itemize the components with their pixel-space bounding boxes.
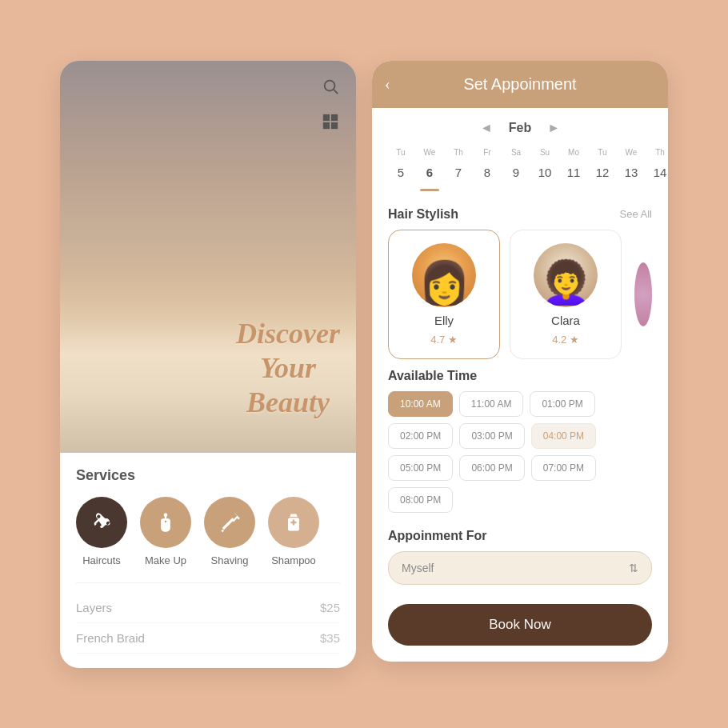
french-braid-price: $35: [320, 631, 340, 645]
day-name: Tu: [396, 148, 405, 157]
layers-price: $25: [320, 601, 340, 614]
services-section: Services Haircuts: [60, 453, 356, 668]
day-num: 9: [503, 160, 529, 186]
day-num: 10: [532, 160, 558, 186]
grid-icon[interactable]: [318, 109, 343, 134]
day-name: We: [424, 148, 436, 157]
price-list: Layers $25 French Braid $35: [76, 582, 340, 654]
third-stylist-preview: [634, 262, 652, 326]
service-makeup[interactable]: Make Up: [140, 497, 191, 566]
svg-point-0: [325, 80, 335, 90]
day-underline: [420, 189, 439, 191]
days-row: Tu 5 We 6 Th 7 Fr 8 Sa 9 Su 10 Mo 11 Tu …: [388, 148, 652, 191]
left-card: Discover Your Beauty Services Haircuts: [60, 61, 356, 668]
hero-icons: [318, 74, 343, 134]
stylists-row: Elly 4.7 ★ Clara 4.2 ★: [372, 230, 668, 359]
day-name: Fr: [483, 148, 490, 157]
svg-rect-3: [331, 114, 338, 120]
day-cell-7[interactable]: Th 7: [446, 148, 471, 191]
hero-image: Discover Your Beauty: [60, 61, 356, 453]
service-shaving[interactable]: Shaving: [204, 497, 255, 566]
services-title: Services: [76, 467, 340, 484]
day-num: 8: [474, 160, 500, 186]
stylist-elly[interactable]: Elly 4.7 ★: [388, 230, 500, 359]
appointment-for-label: Appoinment For: [388, 529, 652, 543]
day-cell-11[interactable]: Mo 11: [561, 148, 586, 191]
time-slot-06-00-PM[interactable]: 06:00 PM: [459, 455, 524, 481]
appointment-header: ‹ Set Appoinment: [372, 61, 668, 108]
day-cell-8[interactable]: Fr 8: [474, 148, 500, 191]
day-num: 11: [561, 160, 586, 186]
book-now-button[interactable]: Book Now: [388, 604, 652, 646]
day-name: Th: [655, 148, 665, 157]
day-num: 6: [417, 160, 442, 186]
day-name: Tu: [598, 148, 606, 157]
see-all-button[interactable]: See All: [620, 208, 652, 220]
day-cell-10[interactable]: Su 10: [532, 148, 558, 191]
shaving-label: Shaving: [211, 554, 249, 566]
day-cell-9[interactable]: Sa 9: [503, 148, 529, 191]
day-cell-12[interactable]: Tu 12: [590, 148, 615, 191]
time-slot-08-00-PM[interactable]: 08:00 PM: [388, 487, 453, 513]
hero-overlay: Discover Your Beauty: [236, 317, 340, 421]
time-slot-10-00-AM[interactable]: 10:00 AM: [388, 391, 453, 417]
day-cell-14[interactable]: Th 14: [647, 148, 668, 191]
svg-rect-2: [323, 114, 330, 120]
calendar-section: ◄ Feb ► Tu 5 We 6 Th 7 Fr 8 Sa 9 Su 10 M…: [372, 108, 668, 198]
makeup-icon: [140, 497, 191, 548]
shaving-icon: [204, 497, 255, 548]
shampoo-icon: [268, 497, 319, 548]
day-cell-5[interactable]: Tu 5: [388, 148, 414, 191]
clara-rating: 4.2 ★: [552, 334, 579, 346]
time-slot-04-00-PM[interactable]: 04:00 PM: [531, 423, 596, 449]
day-num: 14: [647, 160, 668, 186]
services-grid: Haircuts Make Up: [76, 497, 340, 566]
time-slot-05-00-PM[interactable]: 05:00 PM: [388, 455, 453, 481]
month-label: Feb: [509, 121, 531, 135]
clara-name: Clara: [551, 314, 580, 327]
appointment-for-select[interactable]: Myself ⇅: [388, 551, 652, 585]
stylists-title: Hair Stylish: [388, 207, 458, 222]
time-grid: 10:00 AM11:00 AM01:00 PM02:00 PM03:00 PM…: [388, 391, 652, 513]
day-name: Mo: [568, 148, 579, 157]
svg-rect-5: [331, 122, 338, 128]
search-icon[interactable]: [318, 74, 343, 99]
appointment-title: Set Appoinment: [463, 75, 576, 94]
price-item-french-braid: French Braid $35: [76, 623, 340, 654]
day-name: We: [626, 148, 638, 157]
svg-line-1: [334, 90, 338, 94]
back-button[interactable]: ‹: [385, 75, 390, 94]
time-slot-01-00-PM[interactable]: 01:00 PM: [530, 391, 594, 417]
time-slot-02-00-PM[interactable]: 02:00 PM: [388, 423, 453, 449]
right-card: ‹ Set Appoinment ◄ Feb ► Tu 5 We 6 Th 7 …: [372, 61, 668, 662]
day-cell-13[interactable]: We 13: [618, 148, 644, 191]
time-slot-03-00-PM[interactable]: 03:00 PM: [459, 423, 524, 449]
service-haircuts[interactable]: Haircuts: [76, 497, 127, 566]
next-month-button[interactable]: ►: [547, 121, 560, 135]
hero-title: Discover Your Beauty: [236, 317, 340, 421]
time-slot-07-00-PM[interactable]: 07:00 PM: [531, 455, 596, 481]
month-nav: ◄ Feb ►: [388, 121, 652, 135]
time-section-title: Available Time: [388, 369, 652, 383]
elly-name: Elly: [434, 314, 454, 327]
stylists-header: Hair Stylish See All: [372, 198, 668, 230]
makeup-label: Make Up: [145, 554, 186, 566]
day-cell-6[interactable]: We 6: [417, 148, 442, 191]
french-braid-name: French Braid: [76, 631, 145, 645]
stylist-clara[interactable]: Clara 4.2 ★: [510, 230, 622, 359]
svg-rect-4: [323, 122, 330, 128]
clara-avatar: [534, 243, 598, 307]
service-shampoo[interactable]: Shampoo: [268, 497, 319, 566]
day-num: 7: [446, 160, 471, 186]
appointment-for-section: Appoinment For Myself ⇅: [372, 519, 668, 591]
day-num: 13: [618, 160, 644, 186]
elly-rating: 4.7 ★: [430, 334, 458, 346]
day-name: Th: [454, 148, 463, 157]
price-item-layers: Layers $25: [76, 593, 340, 623]
day-num: 5: [388, 160, 414, 186]
haircuts-label: Haircuts: [82, 554, 121, 566]
shampoo-label: Shampoo: [271, 554, 316, 566]
day-num: 12: [590, 160, 615, 186]
prev-month-button[interactable]: ◄: [480, 121, 493, 135]
time-slot-11-00-AM[interactable]: 11:00 AM: [459, 391, 524, 417]
